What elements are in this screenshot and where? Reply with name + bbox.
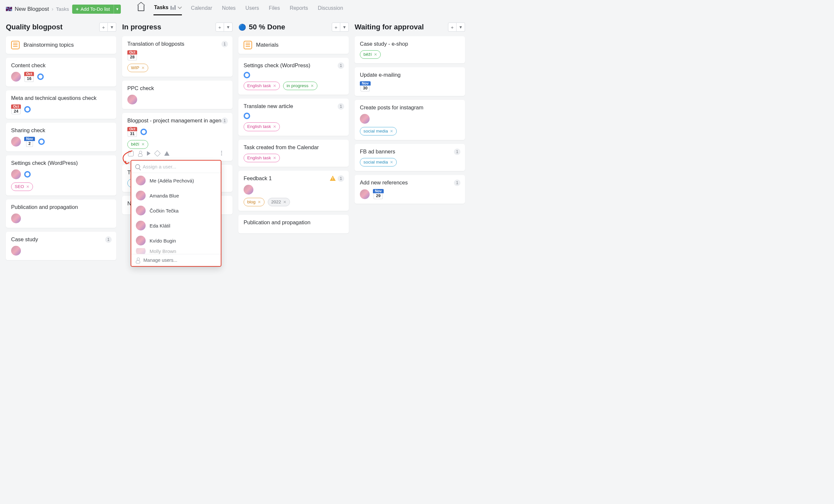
column-menu-button[interactable]: ▾ — [340, 23, 349, 32]
task-card[interactable]: Materials — [238, 36, 349, 54]
assign-user-option[interactable]: Eda Klátil — [131, 218, 221, 233]
avatar[interactable] — [360, 114, 370, 124]
task-card[interactable]: Content checkOct16 — [6, 58, 116, 87]
due-date[interactable]: Nov2 — [24, 137, 35, 147]
avatar[interactable] — [11, 72, 21, 82]
assign-user-option[interactable]: Molly Brown — [131, 248, 221, 254]
tag-remove-icon[interactable]: ✕ — [273, 155, 276, 161]
tag-remove-icon[interactable]: ✕ — [273, 83, 276, 89]
task-card[interactable]: Settings check (WordPress)SEO✕ — [6, 155, 116, 196]
tag[interactable]: English task✕ — [244, 82, 280, 90]
column-menu-button[interactable]: ▾ — [224, 23, 233, 32]
breadcrumb-project[interactable]: New Blogpost — [15, 6, 49, 13]
column-menu-button[interactable]: ▾ — [108, 23, 116, 32]
task-card[interactable]: Publication and propagation — [238, 215, 349, 233]
due-date[interactable]: Oct16 — [24, 72, 34, 82]
tag-remove-icon[interactable]: ✕ — [310, 83, 314, 89]
tag[interactable]: 2022✕ — [268, 198, 290, 206]
progress-ring-icon[interactable] — [244, 72, 250, 78]
due-date[interactable]: Nov30 — [360, 81, 371, 91]
assign-user-option[interactable]: Čočkin Tečka — [131, 203, 221, 218]
task-card[interactable]: Create posts for instagramsocial media✕ — [355, 100, 465, 140]
tag-remove-icon[interactable]: ✕ — [374, 51, 377, 58]
manage-users-link[interactable]: Manage users... — [131, 254, 221, 266]
task-card[interactable]: Case study - e-shopběží✕ — [355, 36, 465, 63]
task-card[interactable]: Settings check (WordPress)1English task✕… — [238, 58, 349, 95]
tag-remove-icon[interactable]: ✕ — [283, 199, 286, 205]
due-date[interactable]: Oct31 — [127, 127, 137, 137]
tag-remove-icon[interactable]: ✕ — [258, 199, 261, 205]
tag[interactable]: WIP✕ — [127, 64, 148, 72]
tab-tasks[interactable]: Tasks — [153, 3, 182, 15]
avatar[interactable] — [11, 246, 21, 256]
progress-ring-icon[interactable] — [37, 73, 44, 80]
priority-icon[interactable] — [164, 151, 170, 156]
due-date[interactable]: Oct28 — [127, 50, 137, 61]
avatar[interactable] — [360, 189, 370, 199]
assign-search-input[interactable] — [143, 164, 217, 169]
progress-ring-icon[interactable] — [24, 171, 31, 178]
tag-icon[interactable] — [154, 150, 161, 157]
tag[interactable]: English task✕ — [244, 154, 280, 162]
tab-calendar[interactable]: Calendar — [190, 3, 213, 15]
column-add-button[interactable]: + — [448, 23, 457, 32]
avatar[interactable] — [11, 137, 21, 146]
tag-remove-icon[interactable]: ✕ — [390, 128, 393, 134]
task-card[interactable]: Publication and propagation — [6, 200, 116, 228]
tag-remove-icon[interactable]: ✕ — [390, 159, 393, 165]
due-date[interactable]: Oct24 — [11, 105, 21, 115]
tag[interactable]: blog✕ — [244, 198, 264, 206]
task-card[interactable]: Blogpost - project management in agency1… — [122, 113, 233, 161]
task-card[interactable]: Case study1 — [6, 232, 116, 260]
task-card[interactable]: Sharing checkNov2 — [6, 123, 116, 152]
avatar[interactable] — [11, 213, 21, 223]
add-todo-list-dropdown[interactable]: ▾ — [114, 5, 121, 14]
tab-reports[interactable]: Reports — [289, 3, 309, 15]
add-todo-list-button[interactable]: + Add To-Do list — [72, 5, 113, 14]
assign-icon[interactable] — [138, 154, 142, 157]
more-icon[interactable] — [221, 151, 227, 156]
task-card[interactable]: PPC check — [122, 81, 233, 109]
tag[interactable]: social media✕ — [360, 127, 397, 135]
avatar[interactable] — [244, 185, 254, 194]
tag-remove-icon[interactable]: ✕ — [141, 141, 145, 147]
tab-files[interactable]: Files — [268, 3, 281, 15]
tab-users[interactable]: Users — [245, 3, 260, 15]
due-date[interactable]: Nov29 — [373, 189, 384, 199]
task-card[interactable]: FB ad banners1social media✕ — [355, 144, 465, 171]
tag[interactable]: in progress✕ — [283, 82, 317, 90]
tag[interactable]: English task✕ — [244, 122, 280, 131]
tag[interactable]: běží✕ — [127, 140, 148, 148]
task-card[interactable]: Translate new article1English task✕ — [238, 98, 349, 135]
tag-remove-icon[interactable]: ✕ — [273, 124, 276, 130]
tab-discussion[interactable]: Discussion — [317, 3, 344, 15]
tag-remove-icon[interactable]: ✕ — [141, 65, 145, 71]
assign-user-option[interactable]: Me (Adéla Pechová) — [131, 173, 221, 188]
avatar[interactable] — [11, 169, 21, 179]
task-card[interactable]: Add new references1Nov29 — [355, 175, 465, 204]
assign-user-option[interactable]: Amanda Blue — [131, 188, 221, 203]
tag-remove-icon[interactable]: ✕ — [26, 184, 29, 190]
play-icon[interactable] — [147, 151, 151, 156]
tab-notes[interactable]: Notes — [221, 3, 236, 15]
column-add-button[interactable]: + — [332, 23, 340, 32]
progress-ring-icon[interactable] — [38, 138, 45, 145]
progress-ring-icon[interactable] — [140, 129, 147, 135]
task-card[interactable]: Brainstorming topics — [6, 36, 116, 54]
tag[interactable]: SEO✕ — [11, 182, 33, 191]
column-add-button[interactable]: + — [216, 23, 224, 32]
task-card[interactable]: Translation of blogposts1Oct28WIP✕ — [122, 36, 233, 77]
tag[interactable]: běží✕ — [360, 50, 381, 59]
breadcrumb-section[interactable]: Tasks — [56, 6, 69, 12]
column-add-button[interactable]: + — [99, 23, 108, 32]
task-card[interactable]: Feedback 11blog✕2022✕ — [238, 171, 349, 211]
tag[interactable]: social media✕ — [360, 158, 397, 166]
task-card[interactable]: Task created from the CalendarEnglish ta… — [238, 140, 349, 167]
progress-ring-icon[interactable] — [24, 106, 31, 113]
tab-home[interactable] — [137, 3, 145, 15]
avatar[interactable] — [127, 95, 137, 105]
task-card[interactable]: Meta and technical questions checkOct24 — [6, 90, 116, 119]
chevron-down-icon[interactable] — [178, 5, 182, 9]
progress-ring-icon[interactable] — [244, 113, 250, 119]
assign-user-option[interactable]: Kvído Bugin — [131, 233, 221, 248]
